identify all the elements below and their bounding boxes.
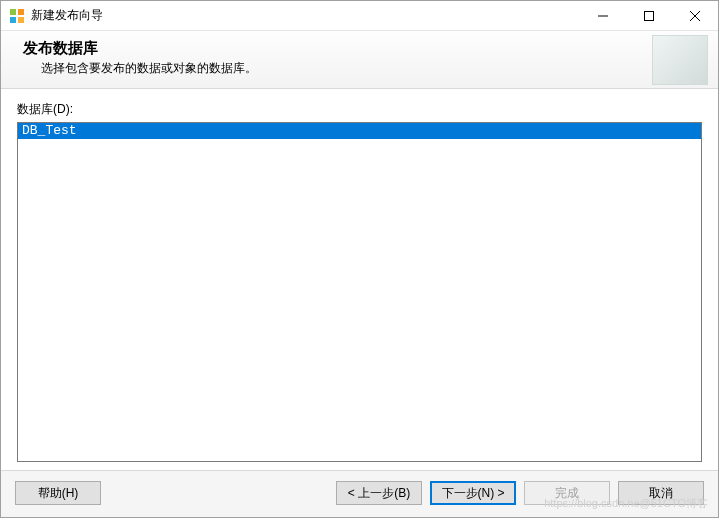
help-button[interactable]: 帮助(H)	[15, 481, 101, 505]
app-icon	[9, 8, 25, 24]
svg-rect-0	[10, 9, 16, 15]
maximize-button[interactable]	[626, 1, 672, 30]
next-button[interactable]: 下一步(N) >	[430, 481, 516, 505]
svg-rect-5	[645, 11, 654, 20]
back-button[interactable]: < 上一步(B)	[336, 481, 422, 505]
svg-rect-2	[10, 17, 16, 23]
database-listbox[interactable]: DB_Test	[17, 122, 702, 462]
svg-rect-1	[18, 9, 24, 15]
close-button[interactable]	[672, 1, 718, 30]
cancel-button[interactable]: 取消	[618, 481, 704, 505]
finish-button: 完成	[524, 481, 610, 505]
database-label: 数据库(D):	[17, 101, 702, 118]
minimize-button[interactable]	[580, 1, 626, 30]
wizard-header: 发布数据库 选择包含要发布的数据或对象的数据库。	[1, 31, 718, 89]
window-title: 新建发布向导	[31, 7, 103, 24]
wizard-subtitle: 选择包含要发布的数据或对象的数据库。	[41, 60, 704, 77]
svg-rect-3	[18, 17, 24, 23]
header-graphic-icon	[652, 35, 708, 85]
titlebar: 新建发布向导	[1, 1, 718, 31]
button-row: 帮助(H) < 上一步(B) 下一步(N) > 完成 取消	[1, 470, 718, 517]
wizard-title: 发布数据库	[23, 39, 704, 58]
window-controls	[580, 1, 718, 30]
content-area: 数据库(D): DB_Test	[1, 89, 718, 470]
list-item[interactable]: DB_Test	[18, 123, 701, 139]
